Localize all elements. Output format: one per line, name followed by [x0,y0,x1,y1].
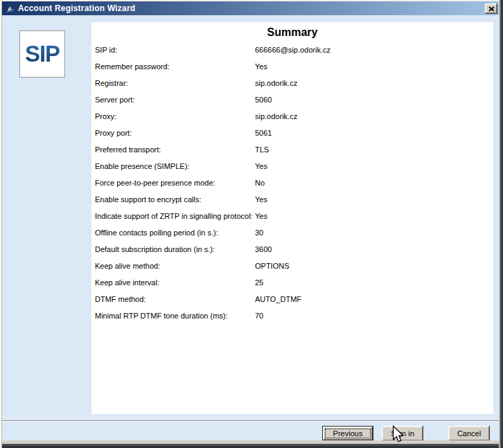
summary-heading: Summary [91,22,493,39]
summary-row: Offline contacts polling period (in s.):… [91,224,493,241]
row-value: 70 [255,312,263,320]
row-value: OPTIONS [255,262,290,270]
row-label: DTMF method: [95,295,145,303]
row-label: Preferred transport: [95,145,161,154]
row-value: 5061 [255,129,272,137]
row-label: Proxy: [95,112,116,120]
row-value: sip.odorik.cz [255,79,297,87]
summary-row: Default subscription duration (in s.): 3… [91,241,493,258]
row-label: Server port: [95,96,134,104]
row-label: Registrar: [95,79,128,87]
row-label: Minimal RTP DTMF tone duration (ms): [95,312,228,320]
row-value: 5060 [255,96,272,104]
close-button[interactable] [485,3,497,14]
summary-row: Enable support to encrypt calls: Yes [91,191,493,208]
row-label: Default subscription duration (in s.): [95,245,215,253]
close-icon [488,6,495,12]
summary-row: Server port: 5060 [91,91,493,108]
window-border-right [499,0,503,448]
summary-row: Indicate support of ZRTP in signalling p… [91,208,493,224]
row-value: No [255,179,265,187]
summary-row: Enable presence (SIMPLE): Yes [91,158,493,174]
summary-row: DTMF method: AUTO_DTMF [91,291,493,307]
row-value: 3600 [255,245,272,253]
summary-row: Registrar: sip.odorik.cz [91,75,493,91]
row-label: Offline contacts polling period (in s.): [95,229,218,237]
row-label: Keep alive interval: [95,278,159,287]
row-label: Indicate support of ZRTP in signalling p… [95,212,253,220]
row-value: Yes [255,162,267,170]
sip-logo: SIP [19,30,65,78]
sip-logo-text: SIP [25,41,60,67]
window-border-left [0,0,2,448]
row-value: AUTO_DTMF [255,295,301,303]
summary-row: Keep alive method: OPTIONS [91,258,493,274]
summary-row: Preferred transport: TLS [91,141,493,158]
row-label: Enable presence (SIMPLE): [95,162,189,170]
summary-rows: SIP id: 666666@sip.odorik.cz Remember pa… [91,42,493,324]
row-label: SIP id: [95,46,117,54]
row-value: Yes [255,212,267,220]
row-label: Remember password: [95,62,170,71]
window-title: Account Registration Wizard [18,3,135,13]
summary-row: Force peer-to-peer presence mode: No [91,174,493,191]
row-value: 30 [255,229,263,237]
sign-in-button[interactable]: Sign in [382,426,423,441]
row-value: Yes [255,62,267,71]
separator-line [1,420,499,422]
row-value: TLS [255,145,269,154]
window-border-bottom [0,440,503,448]
summary-row: Minimal RTP DTMF tone duration (ms): 70 [91,307,493,324]
summary-row: Remember password: Yes [91,58,493,75]
row-label: Force peer-to-peer presence mode: [95,179,215,187]
row-label: Proxy port: [95,129,132,137]
row-value: 25 [255,278,263,287]
row-value: 666666@sip.odorik.cz [255,46,330,54]
account-registration-wizard-window: Account Registration Wizard SIP Summary … [0,0,503,448]
summary-row: Proxy: sip.odorik.cz [91,108,493,125]
summary-panel: Summary SIP id: 666666@sip.odorik.cz Rem… [91,22,493,414]
row-label: Keep alive method: [95,262,160,270]
summary-row: Keep alive interval: 25 [91,274,493,291]
app-icon [6,4,15,13]
previous-button[interactable]: Previous [322,426,373,441]
titlebar[interactable]: Account Registration Wizard [1,1,500,15]
window-border-top [0,0,503,1]
summary-row: Proxy port: 5061 [91,125,493,141]
row-value: sip.odorik.cz [255,112,297,120]
summary-row: SIP id: 666666@sip.odorik.cz [91,42,493,58]
cancel-button[interactable]: Cancel [448,426,490,441]
row-label: Enable support to encrypt calls: [95,195,201,204]
row-value: Yes [255,195,267,204]
